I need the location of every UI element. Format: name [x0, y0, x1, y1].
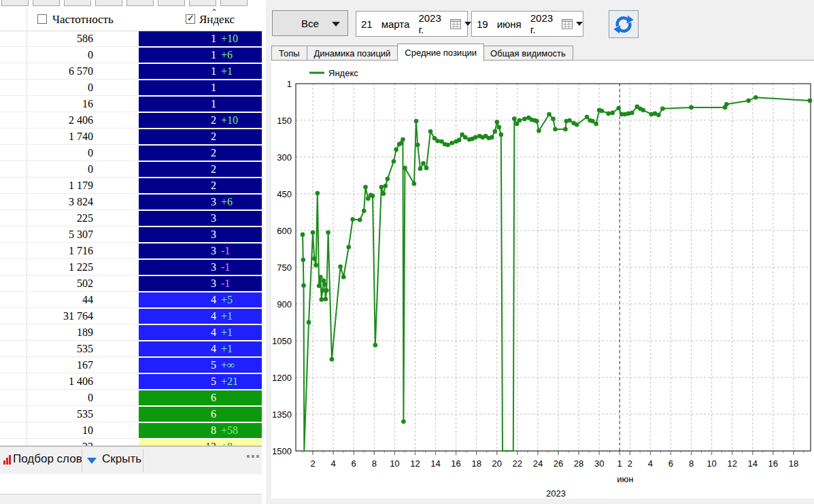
table-row[interactable]: 5861+10 — [0, 31, 262, 47]
frequency-cell[interactable]: 0 — [0, 80, 138, 96]
position-cell[interactable]: 1+10 — [139, 31, 262, 46]
table-row[interactable]: 6 5701+1 — [0, 63, 262, 80]
date-to-picker[interactable]: 19 июня 2023 г. — [471, 11, 583, 37]
position-cell[interactable]: 2+10 — [139, 113, 262, 128]
position-cell[interactable]: 4+1 — [139, 309, 262, 324]
date-from-picker[interactable]: 21 марта 2023 г. — [356, 11, 468, 37]
splitter-grip-icon[interactable] — [245, 448, 259, 460]
date-from-day[interactable]: 21 — [361, 18, 373, 30]
collapsed-column-box[interactable] — [95, 0, 122, 6]
frequency-cell[interactable]: 5 307 — [0, 226, 138, 243]
tab-overall-visibility[interactable]: Общая видимость — [484, 46, 573, 61]
frequency-cell[interactable]: 44 — [0, 292, 138, 308]
collapsed-column-box[interactable] — [158, 0, 185, 6]
table-row[interactable]: 5 3073 — [0, 226, 262, 243]
date-from-year[interactable]: 2023 г. — [418, 12, 441, 35]
group-filter-select[interactable]: Все — [272, 10, 348, 36]
position-cell[interactable]: 5+∞ — [139, 358, 262, 373]
frequency-cell[interactable]: 189 — [0, 324, 138, 341]
frequency-cell[interactable]: 6 570 — [0, 63, 138, 80]
position-cell[interactable]: 2 — [139, 178, 262, 193]
calendar-icon[interactable] — [562, 19, 573, 29]
table-row[interactable]: 1894+1 — [0, 324, 262, 341]
table-row[interactable]: 3312+8 — [0, 439, 262, 446]
table-row[interactable]: 01+6 — [0, 47, 262, 63]
chevron-down-icon[interactable] — [87, 458, 97, 464]
date-to-day[interactable]: 19 — [477, 18, 488, 30]
position-cell[interactable]: 3-1 — [139, 276, 262, 291]
tab-tops[interactable]: Топы — [271, 46, 307, 61]
frequency-cell[interactable]: 0 — [0, 390, 138, 406]
table-row[interactable]: 06 — [0, 390, 262, 406]
frequency-cell[interactable]: 10 — [0, 422, 138, 439]
yandex-checkbox[interactable]: ✓ — [186, 14, 195, 24]
tab-position-dynamics[interactable]: Динамика позиций — [307, 46, 398, 61]
frequency-cell[interactable]: 502 — [0, 275, 138, 292]
table-row[interactable]: 5023-1 — [0, 275, 262, 292]
calendar-icon[interactable] — [450, 19, 461, 29]
frequency-cell[interactable]: 167 — [0, 357, 138, 373]
position-cell[interactable]: 3-1 — [139, 260, 262, 275]
table-row[interactable]: 3 8243+6 — [0, 194, 262, 210]
table-row[interactable]: 161 — [0, 96, 262, 112]
sort-asc-icon[interactable]: ⌃ — [211, 7, 218, 17]
table-row[interactable]: 1 7402 — [0, 129, 262, 145]
collapsed-column-box[interactable] — [220, 0, 248, 6]
table-row[interactable]: 5354+1 — [0, 341, 262, 357]
frequency-cell[interactable]: 1 716 — [0, 243, 138, 259]
position-cell[interactable]: 1 — [139, 97, 262, 112]
dropdown-arrow-icon[interactable] — [576, 22, 583, 26]
position-cell[interactable]: 1+1 — [139, 64, 262, 79]
frequency-cell[interactable]: 0 — [0, 161, 138, 178]
table-row[interactable]: 1 2253-1 — [0, 259, 262, 275]
dropdown-arrow-icon[interactable] — [464, 22, 471, 26]
frequency-cell[interactable]: 16 — [0, 96, 138, 112]
hide-button[interactable]: Скрыть — [102, 452, 141, 466]
frequency-cell[interactable]: 1 740 — [0, 129, 138, 145]
wordstat-button[interactable]: Подбор слов — [13, 452, 82, 466]
frequency-cell[interactable]: 0 — [0, 47, 138, 63]
position-cell[interactable]: 12+8 — [139, 439, 262, 446]
collapsed-column-box[interactable] — [64, 0, 91, 6]
position-cell[interactable]: 3+6 — [139, 195, 262, 209]
collapsed-column-box[interactable] — [189, 0, 216, 6]
table-row[interactable]: 31 7644+1 — [0, 308, 262, 324]
table-row[interactable]: 444+5 — [0, 292, 262, 308]
position-cell[interactable]: 3-1 — [139, 243, 262, 258]
collapsed-column-box[interactable] — [126, 0, 154, 6]
collapsed-column-box[interactable] — [1, 0, 29, 6]
position-cell[interactable]: 3 — [139, 227, 262, 242]
date-to-month[interactable]: июня — [497, 18, 522, 30]
frequency-column-header[interactable]: Частотность — [52, 13, 114, 27]
position-cell[interactable]: 6 — [139, 407, 262, 422]
table-row[interactable]: 1675+∞ — [0, 357, 262, 373]
tab-average-positions[interactable]: Средние позиции — [397, 44, 484, 61]
position-cell[interactable]: 4+1 — [139, 325, 262, 340]
table-row[interactable]: 01 — [0, 80, 262, 96]
table-row[interactable]: 1 1792 — [0, 178, 262, 194]
table-row[interactable]: 2 4062+10 — [0, 112, 262, 129]
frequency-cell[interactable]: 3 824 — [0, 194, 138, 210]
frequency-cell[interactable]: 586 — [0, 31, 138, 47]
position-cell[interactable]: 1+6 — [139, 48, 262, 63]
position-cell[interactable]: 4+5 — [139, 292, 262, 307]
table-row[interactable]: 1 7163-1 — [0, 243, 262, 259]
frequency-cell[interactable]: 1 225 — [0, 259, 138, 275]
position-cell[interactable]: 1 — [139, 80, 262, 95]
frequency-cell[interactable]: 0 — [0, 145, 138, 161]
table-row[interactable]: 108+58 — [0, 422, 262, 439]
frequency-cell[interactable]: 33 — [0, 439, 138, 446]
collapsed-column-box[interactable] — [33, 0, 60, 6]
position-cell[interactable]: 8+58 — [139, 423, 262, 438]
table-row[interactable]: 1 4065+21 — [0, 373, 262, 390]
frequency-cell[interactable]: 1 179 — [0, 178, 138, 194]
position-cell[interactable]: 2 — [139, 129, 262, 144]
positions-chart[interactable]: 1150300450600750900105012001350150024681… — [271, 61, 814, 499]
table-row[interactable]: 2253 — [0, 210, 262, 226]
date-to-year[interactable]: 2023 г. — [530, 12, 553, 35]
position-cell[interactable]: 2 — [139, 146, 262, 161]
table-row[interactable]: 02 — [0, 145, 262, 161]
frequency-cell[interactable]: 535 — [0, 406, 138, 422]
frequency-cell[interactable]: 225 — [0, 210, 138, 226]
table-row[interactable]: 5356 — [0, 406, 262, 422]
